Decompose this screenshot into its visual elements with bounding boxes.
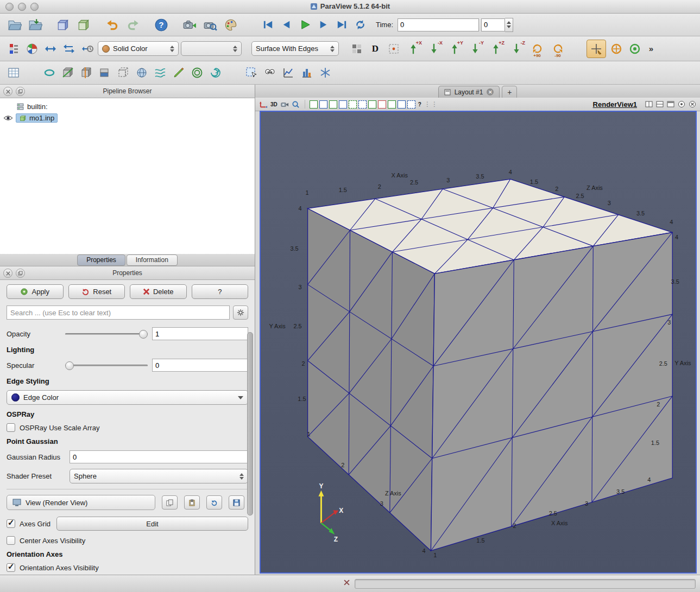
select-cells-polygon-icon[interactable] xyxy=(349,100,357,109)
tab-layout-1[interactable]: Layout #1 ✕ xyxy=(438,86,500,98)
close-layout-tab-button[interactable]: ✕ xyxy=(487,88,494,96)
last-frame-button[interactable] xyxy=(333,16,350,34)
orientation-axes-visibility-checkbox[interactable]: Orientation Axes Visibility xyxy=(7,563,248,572)
time-input[interactable] xyxy=(398,18,479,31)
edit-axes-grid-button[interactable] xyxy=(587,40,606,58)
spreadsheet-view-button[interactable] xyxy=(5,64,22,81)
properties-scrollbar[interactable] xyxy=(247,332,253,515)
edge-color-combo[interactable]: Edge Color xyxy=(7,390,248,405)
select-block-icon[interactable] xyxy=(368,100,376,109)
tab-information[interactable]: Information xyxy=(127,254,178,266)
temporal-interpolator-button[interactable] xyxy=(317,64,333,81)
save-data-button[interactable] xyxy=(26,16,45,34)
apply-button[interactable]: Apply xyxy=(7,284,64,299)
view-section-button[interactable]: View (Render View) xyxy=(7,495,155,510)
toggle-interaction-mode-icon[interactable] xyxy=(258,100,268,109)
opacity-input[interactable] xyxy=(152,327,248,340)
delete-button[interactable]: Delete xyxy=(130,284,187,299)
rescale-to-data-range-button[interactable] xyxy=(42,40,59,58)
previous-frame-button[interactable] xyxy=(278,16,294,34)
search-input[interactable] xyxy=(7,305,230,320)
redo-button[interactable] xyxy=(124,16,142,34)
slice-filter-button[interactable] xyxy=(78,64,94,81)
select-cells-through-icon[interactable] xyxy=(329,100,337,109)
select-points-through-icon[interactable] xyxy=(339,100,347,109)
color-array-combo[interactable] xyxy=(181,41,242,56)
paste-view-settings-button[interactable] xyxy=(184,495,200,510)
save-view-defaults-button[interactable] xyxy=(229,495,244,510)
threshold-filter-button[interactable] xyxy=(97,64,113,81)
warp-filter-button[interactable] xyxy=(171,64,187,81)
undo-button[interactable] xyxy=(103,16,122,34)
hover-cells-icon[interactable] xyxy=(398,100,406,109)
render-viewport[interactable]: X Axis11.522.533.54Z Axis1.522.533.5443.… xyxy=(260,111,697,574)
select-points-polygon-icon[interactable] xyxy=(358,100,367,109)
load-state-button[interactable] xyxy=(54,16,73,34)
rescale-temporal-range-button[interactable] xyxy=(79,40,96,58)
set-view-plus-x-button[interactable]: +X xyxy=(404,40,422,58)
interactive-select-points-icon[interactable] xyxy=(388,100,396,109)
help-button[interactable]: ? xyxy=(152,16,171,34)
axes-grid-edit-button[interactable]: Edit xyxy=(56,517,248,531)
rotate-90-ccw-button[interactable]: -90 xyxy=(548,40,567,58)
capture-screenshot-button[interactable] xyxy=(201,16,219,34)
clip-filter-button[interactable] xyxy=(60,64,76,81)
properties-float-button[interactable] xyxy=(16,269,25,278)
color-by-combo[interactable]: Solid Color xyxy=(98,41,179,56)
select-points-on-surface-icon[interactable] xyxy=(319,100,327,109)
close-view-button[interactable] xyxy=(688,100,697,109)
reload-view-defaults-button[interactable] xyxy=(206,495,222,510)
shader-preset-combo[interactable]: Sphere xyxy=(70,469,248,483)
rescale-to-custom-range-button[interactable] xyxy=(61,40,77,58)
interactive-select-cells-icon[interactable] xyxy=(378,100,386,109)
adjust-camera-icon[interactable] xyxy=(280,100,289,109)
hover-points-icon[interactable] xyxy=(407,100,415,109)
center-axes-visibility-checkbox[interactable]: Center Axes Visibility xyxy=(7,536,248,545)
maximize-view-button[interactable] xyxy=(666,100,675,109)
gaussian-radius-input[interactable] xyxy=(70,450,248,463)
set-view-minus-y-button[interactable]: -Y xyxy=(466,40,484,58)
camera-mode-3d-button[interactable]: 3D xyxy=(269,100,279,109)
ospray-scale-array-checkbox[interactable]: OSPRay Use Scale Array xyxy=(7,423,248,432)
show-center-axes-button[interactable] xyxy=(349,40,365,58)
properties-close-button[interactable] xyxy=(3,269,12,278)
split-horizontal-button[interactable] xyxy=(644,100,653,109)
reset-button[interactable]: Reset xyxy=(68,284,125,299)
select-cells-on-button[interactable] xyxy=(243,64,260,81)
toggle-2d-mode-button[interactable]: D xyxy=(367,40,383,58)
edit-color-map-button[interactable] xyxy=(24,40,40,58)
render-scene[interactable]: X Axis11.522.533.54Z Axis1.522.533.5443.… xyxy=(261,112,696,572)
axes-grid-checkbox[interactable]: Axes Grid xyxy=(7,519,52,528)
frame-spinner-arrows[interactable] xyxy=(505,18,513,32)
split-vertical-button[interactable] xyxy=(655,100,664,109)
glyph-filter-button[interactable] xyxy=(134,64,150,81)
next-frame-button[interactable] xyxy=(315,16,331,34)
color-palette-button[interactable] xyxy=(222,16,240,34)
loop-button[interactable] xyxy=(352,16,368,34)
reset-camera-button[interactable] xyxy=(180,16,199,34)
toggle-color-legend-button[interactable] xyxy=(5,40,22,58)
integrate-variables-button[interactable] xyxy=(207,64,224,81)
specular-input[interactable] xyxy=(152,359,248,372)
stream-tracer-button[interactable] xyxy=(152,64,168,81)
set-view-minus-x-button[interactable]: -X xyxy=(425,40,443,58)
detach-view-button[interactable] xyxy=(677,100,686,109)
opacity-slider[interactable] xyxy=(65,329,148,338)
specular-slider[interactable] xyxy=(65,361,148,370)
visibility-eye-icon[interactable] xyxy=(3,115,13,121)
toolbar-overflow-button[interactable]: » xyxy=(645,40,657,58)
find-data-button[interactable] xyxy=(262,64,278,81)
abort-progress-button[interactable] xyxy=(344,580,350,585)
pipeline-close-button[interactable] xyxy=(3,87,12,96)
histogram-view-button[interactable] xyxy=(299,64,315,81)
plot-over-line-button[interactable] xyxy=(280,64,297,81)
contour-filter-button[interactable] xyxy=(189,64,205,81)
selection-help-button[interactable]: ? xyxy=(417,100,422,109)
props-help-button[interactable]: ? xyxy=(192,284,249,299)
toolbar-grip[interactable]: ⋮⋮ xyxy=(424,100,438,108)
set-view-plus-y-button[interactable]: +Y xyxy=(445,40,464,58)
set-view-minus-z-button[interactable]: -Z xyxy=(507,40,526,58)
add-layout-tab-button[interactable]: + xyxy=(502,86,517,98)
zoom-to-box-icon[interactable] xyxy=(291,100,300,109)
save-state-button[interactable] xyxy=(75,16,93,34)
